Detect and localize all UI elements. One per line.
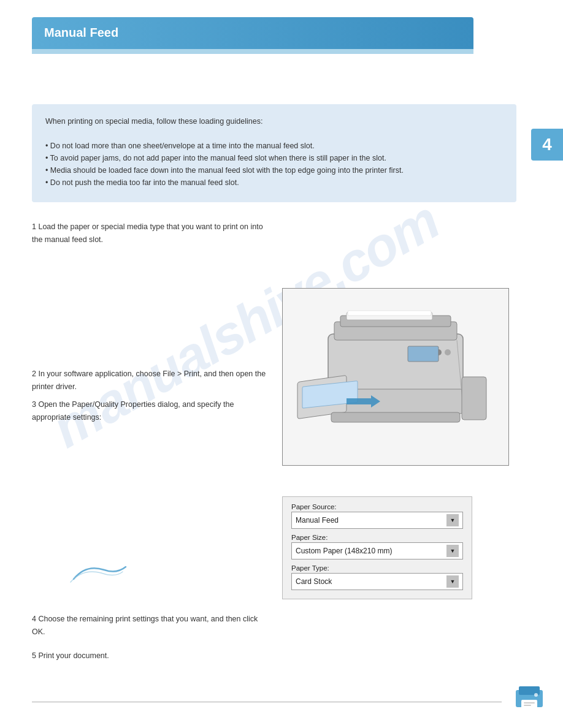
svg-rect-18	[524, 702, 535, 703]
paper-source-select[interactable]: Manual Feed ▼	[291, 512, 463, 529]
svg-rect-12	[331, 412, 460, 422]
svg-point-10	[445, 349, 451, 355]
bottom-printer-icon	[513, 681, 546, 711]
svg-rect-14	[408, 346, 439, 362]
paper-type-arrow[interactable]: ▼	[446, 575, 459, 588]
info-box: When printing on special media, follow t…	[32, 104, 516, 202]
footer-line	[32, 702, 502, 702]
paper-source-arrow[interactable]: ▼	[446, 514, 459, 526]
svg-rect-19	[524, 705, 531, 706]
printer-illustration	[291, 297, 500, 457]
paper-size-select[interactable]: Custom Paper (148x210 mm) ▼	[291, 542, 463, 559]
step-5-text: 5 Print your document.	[32, 650, 271, 662]
settings-panel: Paper Source: Manual Feed ▼ Paper Size: …	[282, 496, 472, 599]
info-box-text: When printing on special media, follow t…	[45, 115, 503, 189]
step-3-text: 3 Open the Paper/Quality Properties dial…	[32, 398, 271, 423]
paper-source-label: Paper Source:	[291, 503, 463, 510]
header-title: Manual Feed	[32, 17, 473, 48]
step-2-text: 2 In your software application, choose F…	[32, 368, 271, 393]
paper-size-arrow[interactable]: ▼	[446, 545, 459, 557]
paper-source-value: Manual Feed	[296, 516, 444, 525]
paper-size-value: Custom Paper (148x210 mm)	[296, 547, 444, 555]
step-4-text: 4 Choose the remaining print settings th…	[32, 613, 271, 638]
header-banner-underline	[32, 49, 473, 54]
header-banner: Manual Feed	[32, 17, 473, 49]
paper-type-value: Card Stock	[296, 577, 444, 586]
paper-type-label: Paper Type:	[291, 564, 463, 572]
step-1-text: 1 Load the paper or special media type t…	[32, 221, 271, 246]
svg-rect-13	[462, 377, 486, 420]
paper-type-select[interactable]: Card Stock ▼	[291, 573, 463, 590]
paper-size-label: Paper Size:	[291, 534, 463, 541]
printer-image-box	[282, 288, 509, 466]
svg-point-20	[534, 693, 538, 697]
chapter-tab: 4	[531, 129, 563, 161]
chapter-number: 4	[542, 135, 552, 154]
decorative-swoosh	[67, 561, 129, 587]
svg-rect-4	[348, 311, 431, 316]
